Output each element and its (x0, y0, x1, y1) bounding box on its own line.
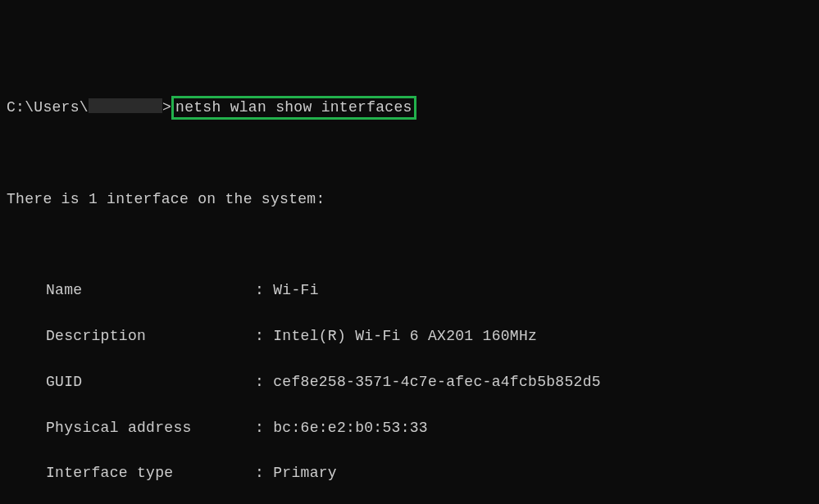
key-description: Description (46, 325, 255, 348)
val-name: Wi-Fi (273, 282, 319, 298)
command-highlight: netsh wlan show interfaces (171, 96, 416, 120)
command-prompt-line[interactable]: C:\Users\>netsh wlan show interfaces (7, 96, 812, 120)
separator: : (255, 465, 273, 481)
separator: : (255, 374, 273, 390)
blank-line (7, 143, 812, 166)
row-name: Name: Wi-Fi (7, 279, 812, 302)
val-guid: cef8e258-3571-4c7e-afec-a4fcb5b852d5 (273, 374, 601, 390)
separator: : (255, 282, 273, 298)
row-description: Description: Intel(R) Wi-Fi 6 AX201 160M… (7, 325, 812, 348)
redacted-username (89, 98, 162, 113)
val-interface-type: Primary (273, 465, 337, 481)
prompt-prefix: C:\Users\ (7, 99, 89, 116)
row-physical-address: Physical address: bc:6e:e2:b0:53:33 (7, 417, 812, 440)
interface-header: There is 1 interface on the system: (7, 188, 812, 211)
row-interface-type: Interface type: Primary (7, 462, 812, 485)
blank-line (7, 234, 812, 257)
val-description: Intel(R) Wi-Fi 6 AX201 160MHz (273, 328, 537, 344)
separator: : (255, 328, 273, 344)
row-guid: GUID: cef8e258-3571-4c7e-afec-a4fcb5b852… (7, 371, 812, 394)
command-text: netsh wlan show interfaces (175, 99, 412, 116)
key-interface-type: Interface type (46, 462, 255, 485)
key-physical-address: Physical address (46, 417, 255, 440)
key-name: Name (46, 279, 255, 302)
key-guid: GUID (46, 371, 255, 394)
val-physical-address: bc:6e:e2:b0:53:33 (273, 420, 428, 436)
separator: : (255, 420, 273, 436)
prompt-suffix: > (162, 99, 171, 116)
